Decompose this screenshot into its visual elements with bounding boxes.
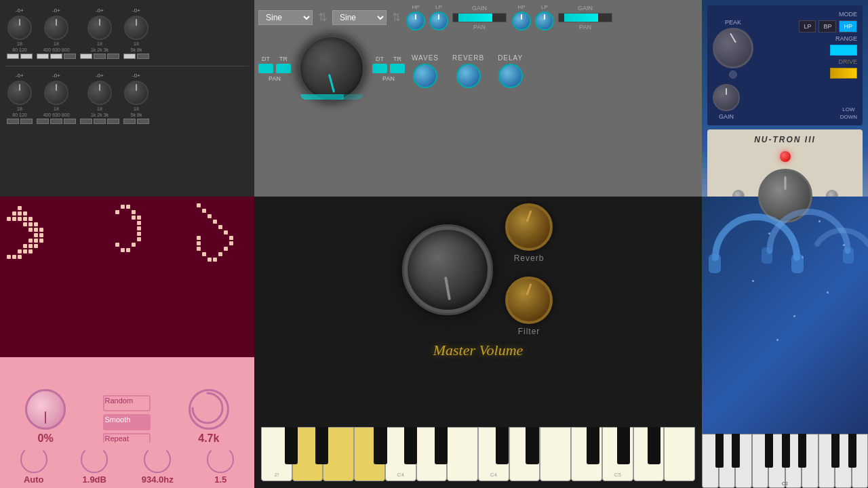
main-osc-knob[interactable] [298, 35, 366, 102]
eq-knob[interactable] [7, 16, 32, 40]
hp-label-2: HP [517, 4, 525, 10]
freq-btn[interactable] [94, 119, 106, 124]
drive-bar[interactable] [830, 68, 857, 79]
range-label: RANGE [835, 35, 857, 42]
reverb-knob[interactable] [456, 64, 481, 88]
filter-knob[interactable] [505, 277, 553, 324]
svg-rect-14 [34, 233, 38, 237]
peak-knob[interactable] [713, 28, 753, 68]
freq-btn[interactable] [80, 119, 92, 124]
delay-knob[interactable] [498, 64, 523, 88]
auto-knob[interactable] [20, 446, 47, 473]
freq-btn[interactable] [7, 119, 19, 124]
freq-btn[interactable] [50, 119, 62, 124]
freq-btn[interactable] [107, 54, 119, 59]
piano-key-white[interactable] [664, 427, 695, 481]
lp-knob[interactable] [429, 12, 448, 30]
piano-key-white[interactable] [447, 427, 478, 481]
hp-filter-btn[interactable]: HP [839, 20, 857, 33]
svg-rect-6 [23, 211, 27, 216]
freq-btn[interactable] [50, 54, 62, 59]
piano-key-black[interactable] [374, 427, 387, 464]
svg-rect-13 [34, 228, 38, 232]
blue-piano-key-black[interactable] [798, 434, 806, 468]
eq-knob[interactable] [44, 16, 68, 40]
eq-knob[interactable] [87, 16, 112, 40]
eq-knob-group-7: -0+ 18 1k 2k 3k [80, 73, 119, 124]
gain-knob[interactable] [713, 84, 740, 111]
freq-btn[interactable] [20, 54, 33, 59]
big-knob-container [298, 35, 366, 102]
freq-btn[interactable] [137, 119, 149, 124]
eq-knob[interactable] [124, 81, 149, 105]
hp-knob-2[interactable] [512, 12, 531, 30]
eq-knob[interactable] [7, 81, 32, 105]
bp-filter-btn[interactable]: BP [818, 20, 836, 33]
peak-label: PEAK [725, 19, 741, 26]
tr-btn-2[interactable] [390, 64, 405, 73]
hp-knob[interactable] [406, 12, 425, 30]
loss-knob[interactable] [25, 389, 66, 430]
dt-btn-2[interactable] [372, 64, 387, 73]
piano-key-black[interactable] [617, 427, 630, 464]
waves-label: WAVES [412, 54, 439, 62]
gain-label-1: GAIN [472, 5, 487, 12]
waves-group: WAVES [412, 54, 439, 88]
piano-key-black[interactable] [285, 427, 298, 464]
blue-piano-key-black[interactable] [831, 434, 840, 468]
lp-filter-btn[interactable]: LP [799, 20, 816, 33]
piano-key-black[interactable] [526, 427, 538, 464]
db-knob[interactable] [81, 446, 108, 473]
svg-rect-59 [709, 254, 721, 273]
freq-btn[interactable] [37, 54, 49, 59]
smooth-btn[interactable]: Smooth [103, 414, 151, 430]
eq-freq-range: 18 [54, 106, 59, 111]
eq-knob[interactable] [87, 81, 112, 105]
freq-val3: 2k [97, 47, 102, 52]
freq-btn[interactable] [7, 54, 19, 59]
eq-freq-range2: 80 120 [12, 113, 26, 117]
freq-btn[interactable] [94, 54, 106, 59]
eq-knob[interactable] [44, 81, 68, 105]
dt-btn[interactable] [258, 64, 273, 73]
eq-knob[interactable] [124, 16, 149, 40]
freq-btn[interactable] [123, 54, 136, 59]
blue-piano-key-black[interactable] [715, 434, 724, 468]
piano-key-black[interactable] [315, 427, 328, 464]
freq-btn[interactable] [123, 119, 136, 124]
blue-piano-key-black[interactable] [848, 434, 856, 468]
range-bar[interactable] [830, 45, 857, 56]
freq-btn[interactable] [37, 119, 49, 124]
piano-key-white[interactable] [540, 427, 571, 481]
gain-bar-2[interactable] [558, 13, 612, 22]
key-label: C5 [614, 472, 621, 478]
piano-key-black[interactable] [648, 427, 660, 464]
waveform-select-2[interactable]: Sine [332, 10, 387, 25]
freq-btn[interactable] [137, 54, 149, 59]
freq-btn[interactable] [64, 54, 76, 59]
freq-btn[interactable] [64, 119, 76, 124]
piano-key-black[interactable] [435, 427, 448, 464]
reverb-knob[interactable] [505, 203, 553, 251]
freq-btn[interactable] [80, 54, 92, 59]
piano-key-black[interactable] [404, 427, 417, 464]
random-btn[interactable]: Random [103, 395, 151, 411]
blue-piano-key-black[interactable] [782, 434, 790, 468]
bitrate-arc[interactable] [189, 389, 229, 430]
blue-piano-key-black[interactable] [765, 434, 773, 468]
mv-big-knob[interactable] [403, 226, 492, 314]
piano-key-black[interactable] [496, 427, 509, 464]
piano-key-black[interactable] [587, 427, 599, 464]
freq-btn[interactable] [107, 119, 119, 124]
tr-btn[interactable] [276, 64, 291, 73]
blue-piano-key-black[interactable] [732, 434, 740, 468]
hz-knob[interactable] [144, 446, 171, 473]
ratio-knob[interactable] [207, 446, 234, 473]
freq-btn[interactable] [20, 119, 33, 124]
gain-bar-1[interactable] [452, 13, 507, 22]
waveform-select-1[interactable]: Sine [258, 10, 313, 25]
nutron-title: NU-TRON III [754, 135, 816, 144]
lp-knob-2[interactable] [535, 12, 554, 30]
waves-knob[interactable] [413, 64, 437, 88]
pixel-panel: 0% Loss Random Smooth Repeat 4.7k Bitrat… [0, 197, 254, 488]
